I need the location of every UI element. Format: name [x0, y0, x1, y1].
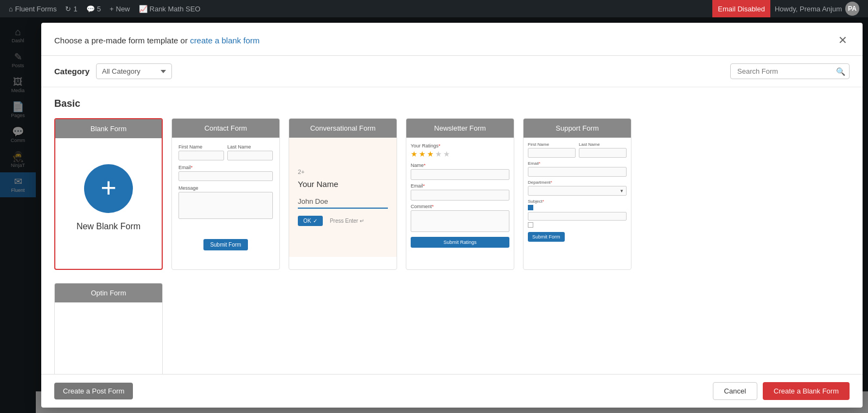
blank-form-body: + New Blank Form: [55, 138, 162, 257]
message-label: Message: [178, 185, 273, 191]
rank-math-label: Rank Math SEO: [150, 5, 201, 13]
create-blank-form-button[interactable]: Create a Blank Form: [763, 382, 850, 400]
conv-ok-btn: OK ✓: [298, 216, 323, 226]
category-label: Category: [54, 67, 90, 76]
create-blank-link[interactable]: create a blank form: [190, 36, 259, 45]
contact-form-card[interactable]: Contact Form First Name Last Name: [171, 118, 280, 270]
new-label: New: [116, 5, 130, 13]
email-input-preview: [178, 171, 273, 181]
star-5: ★: [443, 150, 450, 158]
email-label: Email*: [178, 165, 273, 170]
nl-comment-label: Comment*: [411, 204, 509, 209]
rank-math[interactable]: 📈 Rank Math SEO: [135, 0, 205, 17]
star-4: ★: [435, 150, 442, 158]
ratings-label: Your Ratings*: [411, 143, 509, 149]
howdy-user[interactable]: Howdy, Prema Anjum PA: [770, 0, 864, 17]
search-input-wrapper: 🔍: [730, 63, 850, 79]
modal-header: Choose a pre-made form template or creat…: [41, 23, 863, 56]
support-form-header: Support Form: [524, 119, 631, 138]
conversational-form-card[interactable]: Conversational Form 2+ Your Name OK ✓ Pr…: [289, 118, 397, 270]
conv-actions: OK ✓ Press Enter ↵: [298, 215, 388, 226]
modal-close-button[interactable]: ✕: [836, 33, 850, 48]
email-row: Email*: [178, 165, 273, 181]
plus-icon: +: [110, 5, 114, 13]
message-row: Message: [178, 185, 273, 219]
contact-form-header: Contact Form: [172, 119, 279, 138]
blank-form-plus-circle: +: [84, 164, 133, 213]
support-form-card[interactable]: Support Form First Name Last Name: [523, 118, 631, 270]
nl-name-label: Name*: [411, 163, 509, 168]
star-1: ★: [411, 150, 418, 158]
conversational-form-body: 2+ Your Name OK ✓ Press Enter ↵: [289, 138, 397, 257]
support-form-body: First Name Last Name Email*: [524, 138, 631, 246]
comments-bar[interactable]: 💬 5: [82, 0, 105, 17]
admin-bar: ⌂ Fluent Forms ↻ 1 💬 5 + New 📈 Rank Math…: [0, 0, 868, 17]
newsletter-form-card[interactable]: Newsletter Form Your Ratings* ★ ★ ★ ★ ★ …: [406, 118, 514, 270]
blank-form-label: New Blank Form: [76, 222, 141, 231]
nl-email-input: [411, 190, 509, 201]
update-count: 1: [73, 5, 77, 13]
cancel-button[interactable]: Cancel: [713, 382, 757, 400]
blank-form-header: Blank Form: [55, 119, 162, 138]
modal-title-text: Choose a pre-made form template or: [54, 36, 190, 45]
footer-right-buttons: Cancel Create a Blank Form: [713, 382, 850, 400]
basic-section-title: Basic: [54, 98, 850, 109]
forms-grid-second: Optin Form: [54, 283, 850, 374]
first-name-input-preview: [178, 151, 224, 160]
nl-comment-textarea: [411, 210, 509, 232]
star-rating: ★ ★ ★ ★ ★: [411, 150, 509, 158]
new-content[interactable]: + New: [105, 0, 135, 17]
sp-first-name: First Name: [528, 142, 576, 158]
star-3: ★: [427, 150, 434, 158]
sp-name-row: First Name Last Name: [528, 142, 627, 158]
sp-subject-row: Subject*: [528, 199, 627, 228]
optin-form-header: Optin Form: [55, 283, 162, 302]
conv-question: Your Name: [298, 179, 388, 189]
avatar: PA: [845, 2, 859, 16]
sp-email-row: Email*: [528, 161, 627, 177]
sp-last-name: Last Name: [579, 142, 627, 158]
bar-right: Email Disabled Howdy, Prema Anjum PA: [712, 0, 864, 17]
comment-icon: 💬: [86, 5, 95, 13]
last-name-input-preview: [227, 151, 273, 160]
optin-form-card[interactable]: Optin Form: [54, 283, 163, 374]
nl-name-input: [411, 169, 509, 180]
site-name: Fluent Forms: [15, 5, 57, 13]
updates[interactable]: ↻ 1: [61, 0, 81, 17]
site-home[interactable]: ⌂ Fluent Forms: [4, 0, 61, 17]
nl-email-label: Email*: [411, 183, 509, 189]
conv-input-preview: [298, 195, 388, 209]
blank-form-card[interactable]: Blank Form + New Blank Form: [54, 118, 163, 270]
nl-submit-btn: Submit Ratings: [411, 237, 509, 248]
search-icon[interactable]: 🔍: [836, 67, 845, 76]
modal-body: Basic Blank Form + New Blank Form Contac…: [41, 87, 863, 374]
conv-step-number: 2+: [298, 169, 388, 175]
filter-bar: Category All Category 🔍: [41, 56, 863, 87]
category-select[interactable]: All Category: [96, 63, 172, 79]
rank-math-icon: 📈: [139, 5, 148, 13]
modal-footer: Create a Post Form Cancel Create a Blank…: [41, 374, 863, 408]
conv-enter-hint: Press Enter ↵: [330, 218, 364, 224]
form-template-modal: Choose a pre-made form template or creat…: [41, 23, 863, 408]
howdy-text: Howdy, Prema Anjum: [775, 5, 842, 13]
newsletter-form-header: Newsletter Form: [406, 119, 514, 138]
comment-count: 5: [97, 5, 101, 13]
forms-grid-basic: Blank Form + New Blank Form Contact Form: [54, 118, 850, 270]
newsletter-form-body: Your Ratings* ★ ★ ★ ★ ★ Name* Email* Com…: [406, 138, 514, 253]
sp-subject-checkboxes: [528, 205, 627, 228]
first-name-label: First Name: [178, 144, 224, 150]
search-form-input[interactable]: [730, 63, 850, 79]
category-wrapper: Category All Category: [54, 63, 172, 79]
modal-title: Choose a pre-made form template or creat…: [54, 36, 260, 45]
message-textarea-preview: [178, 192, 273, 219]
email-disabled-badge: Email Disabled: [712, 0, 770, 17]
create-post-form-button[interactable]: Create a Post Form: [54, 383, 133, 399]
optin-form-body: [55, 302, 162, 357]
sp-submit-btn: Submit Form: [528, 232, 565, 242]
name-row: First Name Last Name: [178, 144, 273, 160]
updates-icon: ↻: [65, 5, 71, 13]
plus-icon: +: [100, 174, 116, 201]
last-name-field: Last Name: [227, 144, 273, 160]
wp-icon: ⌂: [9, 5, 13, 13]
contact-form-body: First Name Last Name Email* Message: [172, 138, 279, 257]
